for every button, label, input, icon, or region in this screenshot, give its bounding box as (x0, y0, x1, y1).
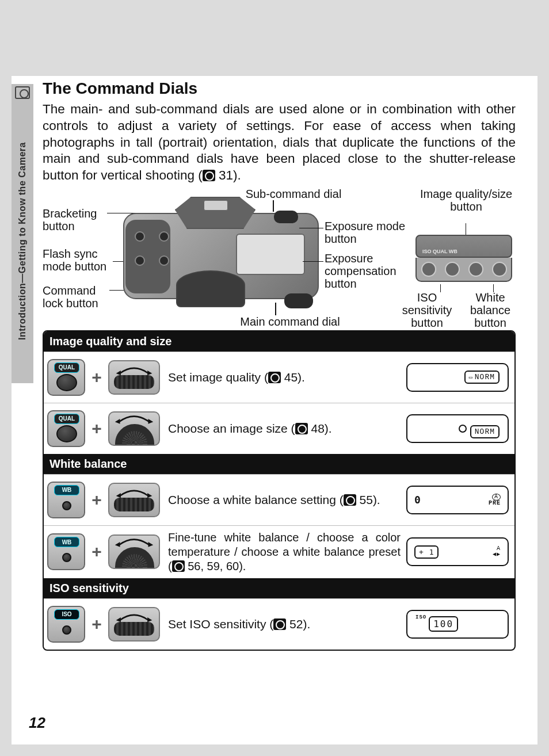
page-ref-icon (268, 372, 281, 383)
lead-text-b: 31). (215, 168, 241, 182)
desc-iso1: Set ISO sensitivity ( 52). (168, 617, 401, 632)
chapter-title-vertical: Introduction—Getting to Know the Camera (12, 106, 33, 376)
page-ref-icon (295, 423, 308, 434)
qual-button-graphic: QUAL (47, 410, 85, 447)
svg-marker-8 (116, 617, 121, 622)
row-iq-size: QUAL + Choose an image size ( 48). NORM (44, 403, 514, 454)
iso-button-graphic: ISO (47, 606, 85, 643)
main-dial-graphic (108, 483, 160, 517)
svg-marker-2 (115, 419, 120, 424)
label-bracketing: Bracketing button (43, 207, 117, 232)
qual-button-icon (445, 262, 460, 277)
section-iq-head: Image quality and size (44, 331, 514, 352)
row-wb-finetune: WB + Fine-tune white balance / choose a … (44, 525, 514, 578)
label-wb-btn: White balance button (462, 291, 519, 329)
page-ref-icon (344, 494, 356, 506)
svg-marker-0 (116, 371, 121, 375)
plus-icon: + (89, 542, 105, 562)
label-main-dial: Main command dial (227, 315, 353, 328)
sub-dial-graphic (108, 411, 160, 446)
result-iq1: ▭NORM (406, 363, 509, 392)
label-command-lock: Command lock button (43, 284, 117, 310)
function-table: Image quality and size QUAL + Set image … (43, 330, 516, 651)
label-img-qual: Image quality/size button (418, 188, 514, 213)
wb-button-graphic: WB (47, 482, 85, 518)
label-iso-btn: ISO sensitivity button (398, 291, 456, 329)
desc-wb1: Choose a white balance setting ( 55). (168, 492, 401, 507)
page-ref-icon (203, 170, 215, 181)
mic-button-icon (492, 262, 507, 277)
row-wb-setting: WB + Choose a white balance setting ( 55… (44, 474, 514, 525)
lead-paragraph: The main- and sub-command dials are used… (43, 101, 516, 184)
lead-text-a: The main- and sub-command dials are used… (43, 102, 516, 182)
label-flash-sync: Flash sync mode button (43, 247, 117, 273)
svg-marker-3 (148, 419, 154, 424)
qual-button-graphic: QUAL (47, 359, 85, 396)
label-exp-comp: Exposure compensation button (325, 252, 422, 290)
svg-marker-5 (147, 493, 152, 498)
iso-button-icon (421, 262, 436, 277)
result-iso1: ISO 100 (406, 610, 509, 639)
desc-wb2: Fine-tune white balance / choose a color… (168, 530, 401, 574)
svg-marker-6 (115, 542, 120, 547)
desc-iq1: Set image quality ( 45). (168, 370, 401, 385)
svg-marker-7 (148, 542, 154, 547)
section-iso-head: ISO sensitivity (44, 578, 514, 598)
main-dial-graphic (108, 360, 160, 395)
desc-iq2: Choose an image size ( 48). (168, 421, 401, 436)
wb-button-icon (468, 262, 483, 277)
rear-button-panel: ISO QUAL WB (415, 235, 513, 284)
camera-top-diagram: Bracketing button Flash sync mode button… (43, 188, 516, 330)
row-iso-set: ISO + Set ISO sensitivity ( 52). ISO 100 (44, 598, 514, 650)
page-ref-icon (172, 560, 185, 572)
plus-icon: + (89, 614, 105, 634)
svg-marker-1 (147, 371, 152, 375)
section-title: The Command Dials (43, 79, 516, 98)
page-number: 12 (29, 714, 45, 732)
plus-icon: + (89, 368, 105, 387)
page-header-gray (12, 12, 537, 76)
result-iq2: NORM (406, 414, 509, 443)
result-wb1: 0 APRE (406, 486, 509, 514)
svg-marker-9 (147, 617, 152, 622)
sub-dial-graphic (108, 534, 160, 569)
section-wb-head: White balance (44, 454, 514, 474)
btn-cap: QUAL (54, 362, 79, 373)
label-sub-dial: Sub-command dial (230, 188, 357, 200)
page-ref-icon (273, 618, 286, 630)
result-wb2: + 1 A◀▶ (406, 537, 509, 566)
camera-body-illustration (123, 197, 319, 304)
camera-icon (15, 86, 30, 99)
row-iq-quality: QUAL + Set image quality ( 45). ▭NORM (44, 352, 514, 403)
main-dial-graphic (108, 607, 160, 642)
svg-marker-4 (116, 493, 121, 498)
label-exp-mode: Exposure mode button (325, 220, 417, 245)
panel-labels: ISO QUAL WB (422, 249, 458, 254)
chapter-side-tab: Introduction—Getting to Know the Camera (12, 84, 33, 383)
wb-button-graphic: WB (47, 533, 85, 570)
plus-icon: + (89, 490, 105, 510)
plus-icon: + (89, 419, 105, 438)
